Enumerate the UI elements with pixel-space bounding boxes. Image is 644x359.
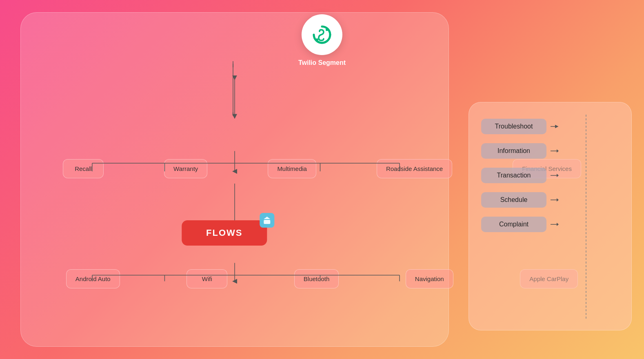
intent-troubleshoot[interactable]: Troubleshoot: [481, 119, 546, 134]
intent-information[interactable]: Information: [481, 143, 546, 159]
logo-container: Twilio Segment: [298, 14, 346, 66]
pages-node-wrapper[interactable]: PAGES: [182, 230, 265, 256]
troubleshoot-arrow: [551, 124, 559, 129]
intent-node-wrapper[interactable]: INTENT: [574, 191, 633, 217]
schedule-arrow: [551, 197, 559, 202]
svg-marker-18: [264, 217, 270, 219]
flow-child-roadside[interactable]: Roadside Assistance: [377, 159, 452, 178]
intent-transaction[interactable]: Transaction: [481, 168, 546, 183]
intent-item-row-troubleshoot: Troubleshoot: [481, 119, 619, 134]
svg-point-16: [316, 38, 318, 41]
twilio-segment-logo: [309, 22, 335, 48]
page-child-bluetooth[interactable]: Bluetooth: [294, 269, 339, 288]
page-child-android[interactable]: Android Auto: [66, 269, 120, 288]
svg-marker-28: [557, 198, 559, 202]
flows-badge: [260, 213, 274, 228]
information-arrow: [551, 148, 559, 153]
svg-rect-17: [264, 220, 270, 224]
logo-to-flows-connector: [233, 61, 233, 118]
transaction-arrow: [551, 173, 559, 178]
svg-marker-34: [233, 112, 233, 116]
intent-item-row-complaint: Complaint: [481, 217, 619, 232]
flows-node-wrapper[interactable]: FLOWS: [182, 116, 267, 142]
right-panel-line: [586, 115, 586, 319]
logo-label: Twilio Segment: [298, 59, 346, 66]
svg-marker-24: [557, 149, 559, 153]
main-panel: [20, 12, 449, 347]
page-child-wifi[interactable]: Wifi: [187, 269, 227, 288]
intent-schedule[interactable]: Schedule: [481, 192, 546, 208]
intent-item-row-transaction: Transaction: [481, 168, 619, 183]
flow-child-warranty[interactable]: Warranty: [164, 159, 207, 178]
page-child-navigation[interactable]: Navigation: [406, 269, 453, 288]
logo-circle: [302, 14, 342, 55]
svg-marker-30: [557, 223, 559, 226]
svg-point-15: [326, 29, 328, 31]
svg-marker-26: [557, 174, 559, 177]
complaint-arrow: [551, 222, 559, 227]
flow-child-recall[interactable]: Recall: [63, 159, 104, 178]
intent-complaint[interactable]: Complaint: [481, 217, 546, 232]
flows-badge-icon: [262, 216, 271, 225]
flow-child-multimedia[interactable]: Multimedia: [268, 159, 316, 178]
intent-item-row-information: Information: [481, 143, 619, 159]
connector-lines: [21, 13, 449, 346]
